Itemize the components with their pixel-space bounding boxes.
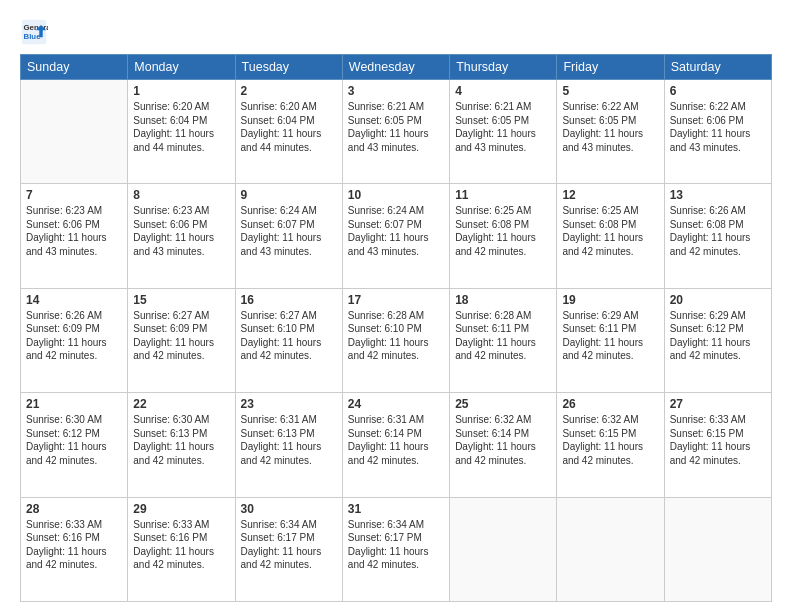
- calendar-cell: 5Sunrise: 6:22 AMSunset: 6:05 PMDaylight…: [557, 80, 664, 184]
- week-row-0: 1Sunrise: 6:20 AMSunset: 6:04 PMDaylight…: [21, 80, 772, 184]
- day-info: Sunrise: 6:29 AMSunset: 6:11 PMDaylight:…: [562, 309, 658, 363]
- calendar-cell: 22Sunrise: 6:30 AMSunset: 6:13 PMDayligh…: [128, 393, 235, 497]
- day-info: Sunrise: 6:20 AMSunset: 6:04 PMDaylight:…: [133, 100, 229, 154]
- day-number: 4: [455, 84, 551, 98]
- day-number: 19: [562, 293, 658, 307]
- day-number: 14: [26, 293, 122, 307]
- day-number: 8: [133, 188, 229, 202]
- day-info: Sunrise: 6:28 AMSunset: 6:10 PMDaylight:…: [348, 309, 444, 363]
- day-info: Sunrise: 6:22 AMSunset: 6:06 PMDaylight:…: [670, 100, 766, 154]
- calendar-cell: 18Sunrise: 6:28 AMSunset: 6:11 PMDayligh…: [450, 288, 557, 392]
- svg-text:General: General: [24, 23, 49, 32]
- day-info: Sunrise: 6:26 AMSunset: 6:08 PMDaylight:…: [670, 204, 766, 258]
- day-info: Sunrise: 6:28 AMSunset: 6:11 PMDaylight:…: [455, 309, 551, 363]
- calendar-cell: [21, 80, 128, 184]
- calendar-header-sunday: Sunday: [21, 55, 128, 80]
- day-info: Sunrise: 6:20 AMSunset: 6:04 PMDaylight:…: [241, 100, 337, 154]
- day-info: Sunrise: 6:31 AMSunset: 6:13 PMDaylight:…: [241, 413, 337, 467]
- svg-text:Blue: Blue: [24, 32, 42, 41]
- calendar-cell: [557, 497, 664, 601]
- day-info: Sunrise: 6:33 AMSunset: 6:15 PMDaylight:…: [670, 413, 766, 467]
- week-row-3: 21Sunrise: 6:30 AMSunset: 6:12 PMDayligh…: [21, 393, 772, 497]
- day-number: 18: [455, 293, 551, 307]
- day-number: 20: [670, 293, 766, 307]
- day-info: Sunrise: 6:33 AMSunset: 6:16 PMDaylight:…: [133, 518, 229, 572]
- day-number: 25: [455, 397, 551, 411]
- calendar-cell: 25Sunrise: 6:32 AMSunset: 6:14 PMDayligh…: [450, 393, 557, 497]
- day-number: 2: [241, 84, 337, 98]
- calendar-header-wednesday: Wednesday: [342, 55, 449, 80]
- calendar-cell: 4Sunrise: 6:21 AMSunset: 6:05 PMDaylight…: [450, 80, 557, 184]
- calendar-cell: 17Sunrise: 6:28 AMSunset: 6:10 PMDayligh…: [342, 288, 449, 392]
- day-info: Sunrise: 6:30 AMSunset: 6:12 PMDaylight:…: [26, 413, 122, 467]
- calendar-cell: 11Sunrise: 6:25 AMSunset: 6:08 PMDayligh…: [450, 184, 557, 288]
- calendar-cell: 8Sunrise: 6:23 AMSunset: 6:06 PMDaylight…: [128, 184, 235, 288]
- day-info: Sunrise: 6:23 AMSunset: 6:06 PMDaylight:…: [26, 204, 122, 258]
- day-number: 28: [26, 502, 122, 516]
- day-number: 3: [348, 84, 444, 98]
- day-number: 13: [670, 188, 766, 202]
- day-info: Sunrise: 6:34 AMSunset: 6:17 PMDaylight:…: [348, 518, 444, 572]
- calendar-header-monday: Monday: [128, 55, 235, 80]
- calendar-cell: 9Sunrise: 6:24 AMSunset: 6:07 PMDaylight…: [235, 184, 342, 288]
- day-number: 24: [348, 397, 444, 411]
- day-number: 21: [26, 397, 122, 411]
- calendar-cell: 10Sunrise: 6:24 AMSunset: 6:07 PMDayligh…: [342, 184, 449, 288]
- day-number: 26: [562, 397, 658, 411]
- calendar-cell: 28Sunrise: 6:33 AMSunset: 6:16 PMDayligh…: [21, 497, 128, 601]
- day-number: 17: [348, 293, 444, 307]
- day-number: 23: [241, 397, 337, 411]
- day-info: Sunrise: 6:24 AMSunset: 6:07 PMDaylight:…: [348, 204, 444, 258]
- calendar-table: SundayMondayTuesdayWednesdayThursdayFrid…: [20, 54, 772, 602]
- calendar-cell: 15Sunrise: 6:27 AMSunset: 6:09 PMDayligh…: [128, 288, 235, 392]
- day-info: Sunrise: 6:23 AMSunset: 6:06 PMDaylight:…: [133, 204, 229, 258]
- calendar-cell: 6Sunrise: 6:22 AMSunset: 6:06 PMDaylight…: [664, 80, 771, 184]
- calendar-cell: 3Sunrise: 6:21 AMSunset: 6:05 PMDaylight…: [342, 80, 449, 184]
- logo: General Blue: [20, 18, 52, 46]
- day-info: Sunrise: 6:33 AMSunset: 6:16 PMDaylight:…: [26, 518, 122, 572]
- day-info: Sunrise: 6:22 AMSunset: 6:05 PMDaylight:…: [562, 100, 658, 154]
- logo-icon: General Blue: [20, 18, 48, 46]
- day-info: Sunrise: 6:27 AMSunset: 6:10 PMDaylight:…: [241, 309, 337, 363]
- day-number: 6: [670, 84, 766, 98]
- day-number: 5: [562, 84, 658, 98]
- calendar-cell: 23Sunrise: 6:31 AMSunset: 6:13 PMDayligh…: [235, 393, 342, 497]
- calendar-cell: [664, 497, 771, 601]
- calendar-cell: 1Sunrise: 6:20 AMSunset: 6:04 PMDaylight…: [128, 80, 235, 184]
- day-number: 15: [133, 293, 229, 307]
- day-info: Sunrise: 6:29 AMSunset: 6:12 PMDaylight:…: [670, 309, 766, 363]
- day-number: 31: [348, 502, 444, 516]
- calendar-cell: 20Sunrise: 6:29 AMSunset: 6:12 PMDayligh…: [664, 288, 771, 392]
- calendar-cell: [450, 497, 557, 601]
- day-number: 10: [348, 188, 444, 202]
- day-number: 1: [133, 84, 229, 98]
- day-info: Sunrise: 6:25 AMSunset: 6:08 PMDaylight:…: [562, 204, 658, 258]
- day-info: Sunrise: 6:32 AMSunset: 6:14 PMDaylight:…: [455, 413, 551, 467]
- day-number: 29: [133, 502, 229, 516]
- calendar-cell: 29Sunrise: 6:33 AMSunset: 6:16 PMDayligh…: [128, 497, 235, 601]
- day-number: 27: [670, 397, 766, 411]
- calendar-header-saturday: Saturday: [664, 55, 771, 80]
- day-number: 7: [26, 188, 122, 202]
- calendar-cell: 14Sunrise: 6:26 AMSunset: 6:09 PMDayligh…: [21, 288, 128, 392]
- calendar-cell: 31Sunrise: 6:34 AMSunset: 6:17 PMDayligh…: [342, 497, 449, 601]
- page: General Blue SundayMondayTuesdayWednesda…: [0, 0, 792, 612]
- calendar-cell: 13Sunrise: 6:26 AMSunset: 6:08 PMDayligh…: [664, 184, 771, 288]
- day-number: 12: [562, 188, 658, 202]
- day-info: Sunrise: 6:34 AMSunset: 6:17 PMDaylight:…: [241, 518, 337, 572]
- day-info: Sunrise: 6:30 AMSunset: 6:13 PMDaylight:…: [133, 413, 229, 467]
- calendar-header-row: SundayMondayTuesdayWednesdayThursdayFrid…: [21, 55, 772, 80]
- calendar-cell: 26Sunrise: 6:32 AMSunset: 6:15 PMDayligh…: [557, 393, 664, 497]
- calendar-cell: 21Sunrise: 6:30 AMSunset: 6:12 PMDayligh…: [21, 393, 128, 497]
- day-info: Sunrise: 6:24 AMSunset: 6:07 PMDaylight:…: [241, 204, 337, 258]
- calendar-cell: 12Sunrise: 6:25 AMSunset: 6:08 PMDayligh…: [557, 184, 664, 288]
- day-number: 16: [241, 293, 337, 307]
- calendar-header-tuesday: Tuesday: [235, 55, 342, 80]
- day-info: Sunrise: 6:26 AMSunset: 6:09 PMDaylight:…: [26, 309, 122, 363]
- calendar-cell: 27Sunrise: 6:33 AMSunset: 6:15 PMDayligh…: [664, 393, 771, 497]
- calendar-header-thursday: Thursday: [450, 55, 557, 80]
- week-row-4: 28Sunrise: 6:33 AMSunset: 6:16 PMDayligh…: [21, 497, 772, 601]
- day-info: Sunrise: 6:32 AMSunset: 6:15 PMDaylight:…: [562, 413, 658, 467]
- day-number: 30: [241, 502, 337, 516]
- calendar-cell: 2Sunrise: 6:20 AMSunset: 6:04 PMDaylight…: [235, 80, 342, 184]
